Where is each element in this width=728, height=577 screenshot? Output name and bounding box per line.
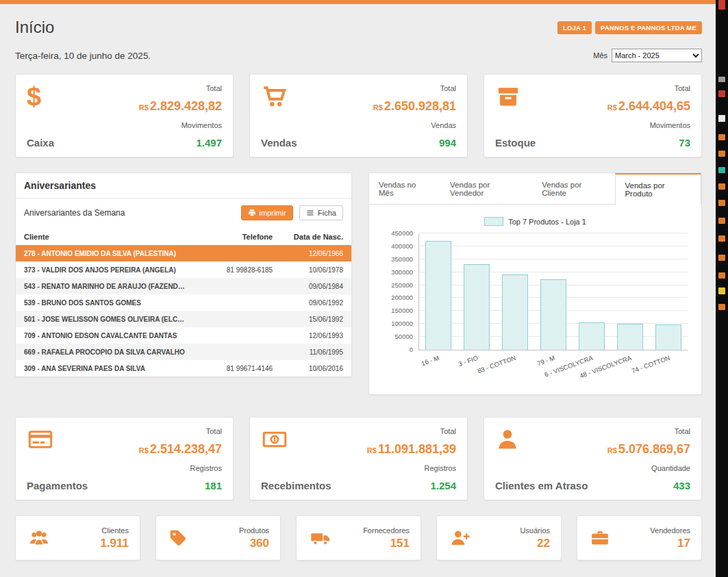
- banknote-icon: [261, 427, 331, 454]
- chart-bar: [464, 264, 490, 350]
- sales-panel: Vendas no Mês Vendas por Vendedor Vendas…: [368, 172, 702, 395]
- mini-card-label: Produtos: [239, 526, 269, 535]
- tab-vendas-por-vendedor[interactable]: Vendas por Vendedor: [440, 173, 532, 204]
- month-label: Mês: [593, 51, 607, 60]
- birthdays-toolbar: Aniversariantes da Semana imprimir: [16, 198, 351, 229]
- tab-vendas-por-cliente[interactable]: Vendas por Cliente: [532, 173, 615, 204]
- mini-card-produtos[interactable]: Produtos 360: [155, 515, 281, 561]
- products-bar-chart: Top 7 Produtos - Loja 1 0500001000001500…: [369, 205, 701, 383]
- col-cliente: Cliente: [16, 229, 201, 245]
- mini-card-value: 360: [250, 537, 269, 550]
- strip-marker: [718, 167, 725, 173]
- chart-x-labels: 16 - M3 - FIO83 - COTTON79 - M6 - VISCOL…: [418, 350, 688, 383]
- chart-bar: [579, 322, 605, 350]
- strip-marker: [718, 272, 725, 279]
- count-value: 1.497: [196, 138, 222, 149]
- birthday-row[interactable]: 543 - RENATO MARINHO DE ARAUJO (FAZEND…0…: [16, 278, 351, 294]
- stat-card-title: Caixa: [27, 137, 54, 149]
- birthday-table-header: Cliente Telefone Data de Nasc.: [16, 229, 351, 245]
- tab-vendas-por-produto[interactable]: Vendas por Produto: [615, 173, 701, 205]
- total-label: Total: [440, 84, 456, 92]
- total-label: Total: [675, 84, 690, 92]
- print-button-label: imprimir: [260, 209, 286, 217]
- stat-left: Estoque: [495, 84, 536, 149]
- mini-card-label: Vendedores: [650, 526, 690, 535]
- dashboard-content: Início LOJA 1 PANNOS E PANNOS LTDA ME Te…: [0, 4, 716, 577]
- tag-icon: [167, 528, 189, 548]
- printer-icon: [248, 209, 256, 217]
- chart-legend: Top 7 Produtos - Loja 1: [383, 217, 688, 226]
- birthday-row[interactable]: 539 - BRUNO DOS SANTOS GOMES09/06/1992: [16, 294, 351, 311]
- total-value: R$2.644.404,65: [607, 100, 690, 114]
- stat-card-vendas: Vendas Total R$2.650.928,81 Vendas 994: [249, 74, 468, 157]
- mini-card-usuarios[interactable]: Usuários 22: [436, 515, 562, 561]
- birthdays-title: Aniversariantes: [16, 173, 351, 198]
- birthday-row[interactable]: 709 - ANTONIO EDSON CAVALCANTE DANTAS12/…: [16, 327, 351, 344]
- stat-right: Total R$11.091.881,39 Registros 1.254: [367, 427, 456, 491]
- page-header: Início LOJA 1 PANNOS E PANNOS LTDA ME: [15, 15, 702, 40]
- count-value: 994: [439, 138, 456, 149]
- birthday-row[interactable]: 501 - JOSE WELISSON GOMES OLIVEIRA (ELC……: [16, 311, 351, 327]
- x-axis-spacer: [383, 350, 418, 383]
- print-button[interactable]: imprimir: [241, 205, 293, 220]
- stat-right: Total R$2.829.428,82 Movimentos 1.497: [139, 84, 222, 149]
- count-label: Quantidade: [651, 464, 690, 472]
- strip-marker: [718, 235, 725, 242]
- mini-card-label: Usuários: [520, 526, 550, 535]
- birthday-row[interactable]: 373 - VALDIR DOS ANJOS PEREIRA (ANGELA)8…: [16, 261, 351, 278]
- stat-card-title: Clientes em Atraso: [495, 480, 588, 491]
- chart-plot-wrap: 0500001000001500002000002500003000003500…: [383, 234, 688, 350]
- truck-icon: [307, 528, 334, 548]
- stat-card-title: Recebimentos: [261, 480, 331, 491]
- y-tick-label: 300000: [391, 268, 413, 276]
- strip-marker: [718, 151, 725, 157]
- ficha-button-label: Ficha: [318, 209, 336, 217]
- count-label: Movimentos: [181, 121, 222, 129]
- y-tick-label: 200000: [391, 294, 413, 301]
- count-label: Movimentos: [650, 121, 690, 129]
- tab-vendas-no-mes[interactable]: Vendas no Mês: [369, 173, 440, 204]
- company-badge[interactable]: PANNOS E PANNOS LTDA ME: [595, 21, 702, 34]
- strip-marker: [718, 77, 725, 82]
- birthday-row[interactable]: 309 - ANA SEVERINA PAES DA SILVA81 99671…: [16, 360, 351, 376]
- legend-swatch-icon: [484, 217, 503, 226]
- box-icon: [495, 84, 536, 112]
- total-value: R$2.829.428,82: [139, 100, 222, 114]
- mini-card-vendedores[interactable]: Vendedores 17: [577, 515, 702, 561]
- strip-marker: [718, 0, 725, 10]
- mini-card-fornecedores[interactable]: Fornecedores 151: [296, 515, 421, 561]
- mini-card-value: 1.911: [100, 537, 129, 550]
- mini-card-text: Fornecedores 151: [363, 526, 410, 550]
- credit-card-icon: [27, 427, 88, 454]
- chart-plot: [418, 234, 688, 350]
- chart-bar: [617, 324, 643, 350]
- top-accent-bar: [0, 0, 728, 4]
- strip-marker: [718, 287, 725, 294]
- mini-card-clientes[interactable]: Clientes 1.911: [15, 515, 140, 561]
- people-icon: [27, 528, 51, 548]
- mini-card-label: Fornecedores: [363, 526, 410, 535]
- mini-card-value: 151: [390, 537, 410, 550]
- birthday-row[interactable]: 669 - RAFAELA PROCOPIO DA SILVA CARVALHO…: [16, 344, 351, 360]
- user-plus-icon: [448, 528, 473, 548]
- store-badge[interactable]: LOJA 1: [557, 21, 592, 34]
- person-icon: [495, 427, 588, 454]
- birthday-row[interactable]: 278 - ANTONIO EMIDIO DA SILVA (PALESTINA…: [16, 245, 351, 261]
- ficha-button[interactable]: Ficha: [299, 205, 343, 220]
- count-label: Registros: [190, 464, 222, 472]
- total-label: Total: [206, 427, 222, 435]
- month-select[interactable]: March - 2025: [612, 49, 702, 62]
- mini-card-text: Usuários 22: [520, 526, 550, 550]
- strip-marker: [718, 183, 725, 190]
- x-tick-label: 3 - FIO: [457, 354, 479, 368]
- mini-card-value: 17: [677, 537, 690, 550]
- stats-row-1: $ Caixa Total R$2.829.428,82 Movimentos …: [15, 74, 702, 157]
- birthdays-buttons: imprimir Ficha: [241, 205, 343, 220]
- stat-right: Total R$5.076.869,67 Quantidade 433: [607, 427, 690, 491]
- strip-marker: [718, 218, 725, 224]
- stat-right: Total R$2.650.928,81 Vendas 994: [373, 84, 456, 149]
- header-badges: LOJA 1 PANNOS E PANNOS LTDA ME: [557, 21, 702, 34]
- page-title: Início: [15, 18, 54, 37]
- y-tick-label: 0: [410, 346, 413, 353]
- y-tick-label: 50000: [395, 333, 413, 340]
